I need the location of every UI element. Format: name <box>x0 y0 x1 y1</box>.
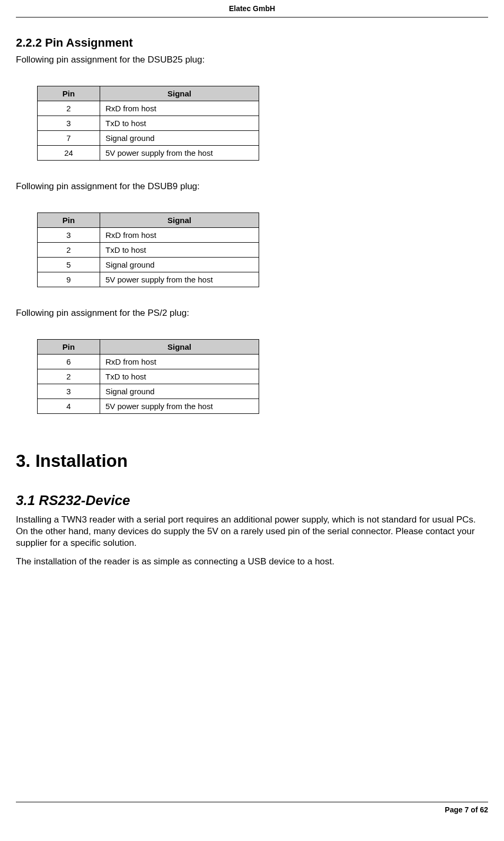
table-dsub25: Pin Signal 2RxD from host3TxD to host7Si… <box>37 86 259 161</box>
cell-signal: Signal ground <box>100 258 259 272</box>
table-row: 7Signal ground <box>38 131 259 146</box>
table-row: 245V power supply from the host <box>38 146 259 161</box>
table-body: 6RxD from host2TxD to host3Signal ground… <box>38 355 259 414</box>
table-body: 3RxD from host2TxD to host5Signal ground… <box>38 228 259 287</box>
cell-signal: RxD from host <box>100 101 259 116</box>
col-header-pin: Pin <box>38 213 100 228</box>
table-row: 95V power supply from the host <box>38 272 259 287</box>
heading-2-2-2: 2.2.2 Pin Assignment <box>16 36 488 50</box>
page-header: Elatec GmbH <box>16 0 488 17</box>
cell-pin: 3 <box>38 228 100 243</box>
cell-pin: 5 <box>38 258 100 272</box>
para-3-1-1: Installing a TWN3 reader with a serial p… <box>16 514 488 549</box>
col-header-signal: Signal <box>100 340 259 355</box>
cell-pin: 3 <box>38 116 100 131</box>
cell-signal: 5V power supply from the host <box>100 272 259 287</box>
cell-signal: RxD from host <box>100 355 259 369</box>
table-row: 2TxD to host <box>38 243 259 258</box>
cell-signal: 5V power supply from the host <box>100 146 259 161</box>
cell-signal: Signal ground <box>100 384 259 399</box>
cell-pin: 4 <box>38 399 100 414</box>
table-row: 6RxD from host <box>38 355 259 369</box>
heading-3: 3. Installation <box>16 451 488 471</box>
table-row: 45V power supply from the host <box>38 399 259 414</box>
cell-pin: 9 <box>38 272 100 287</box>
cell-signal: 5V power supply from the host <box>100 399 259 414</box>
cell-signal: RxD from host <box>100 228 259 243</box>
intro-ps2: Following pin assignment for the PS/2 pl… <box>16 307 488 319</box>
col-header-pin: Pin <box>38 340 100 355</box>
page-number: Page 7 of 62 <box>445 805 488 814</box>
table-ps2: Pin Signal 6RxD from host2TxD to host3Si… <box>37 339 259 414</box>
cell-signal: TxD to host <box>100 116 259 131</box>
table-body: 2RxD from host3TxD to host7Signal ground… <box>38 101 259 161</box>
cell-pin: 2 <box>38 369 100 384</box>
cell-pin: 7 <box>38 131 100 146</box>
cell-signal: TxD to host <box>100 369 259 384</box>
table-row: 5Signal ground <box>38 258 259 272</box>
col-header-pin: Pin <box>38 86 100 101</box>
table-row: 2TxD to host <box>38 369 259 384</box>
col-header-signal: Signal <box>100 213 259 228</box>
cell-signal: TxD to host <box>100 243 259 258</box>
cell-pin: 6 <box>38 355 100 369</box>
table-row: 3Signal ground <box>38 384 259 399</box>
cell-pin: 2 <box>38 101 100 116</box>
cell-pin: 2 <box>38 243 100 258</box>
table-row: 3TxD to host <box>38 116 259 131</box>
page-content: 2.2.2 Pin Assignment Following pin assig… <box>16 17 488 802</box>
cell-pin: 3 <box>38 384 100 399</box>
table-row: 2RxD from host <box>38 101 259 116</box>
table-row: 3RxD from host <box>38 228 259 243</box>
col-header-signal: Signal <box>100 86 259 101</box>
intro-dsub9: Following pin assignment for the DSUB9 p… <box>16 181 488 192</box>
intro-dsub25: Following pin assignment for the DSUB25 … <box>16 54 488 66</box>
para-3-1-2: The installation of the reader is as sim… <box>16 556 488 568</box>
cell-pin: 24 <box>38 146 100 161</box>
company-name: Elatec GmbH <box>229 4 275 13</box>
table-dsub9: Pin Signal 3RxD from host2TxD to host5Si… <box>37 213 259 287</box>
cell-signal: Signal ground <box>100 131 259 146</box>
page-footer: Page 7 of 62 <box>16 802 488 825</box>
heading-3-1: 3.1 RS232-Device <box>16 492 488 509</box>
